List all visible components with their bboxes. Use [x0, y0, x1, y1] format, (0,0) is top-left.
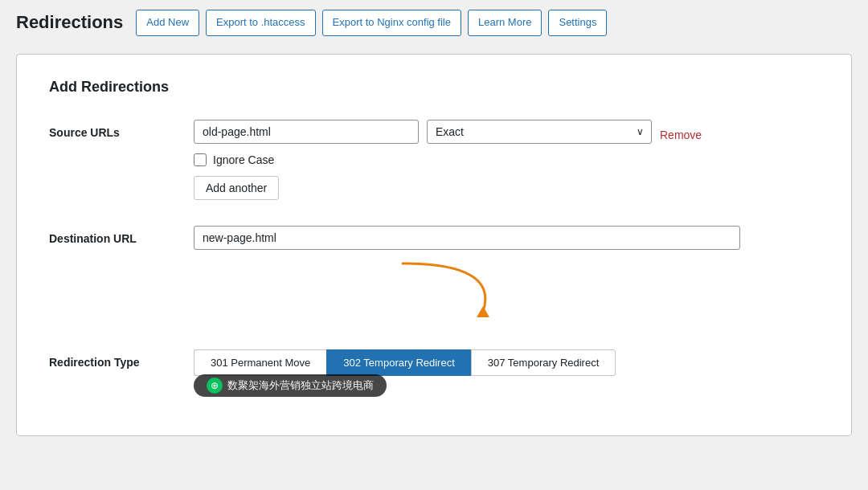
ignore-case-checkbox[interactable]: [194, 153, 207, 166]
match-type-select[interactable]: Exact Contains Starts with Ends with Reg…: [427, 120, 652, 144]
type-301-button[interactable]: 301 Permanent Move: [194, 349, 326, 376]
destination-url-row: Destination URL: [49, 226, 819, 324]
destination-url-label: Destination URL: [49, 226, 194, 245]
redirection-type-label: Redirection Type: [49, 349, 194, 369]
source-url-input-row: Exact Contains Starts with Ends with Reg…: [194, 120, 819, 144]
destination-url-input[interactable]: [194, 226, 740, 250]
source-urls-controls: Exact Contains Starts with Ends with Reg…: [194, 120, 819, 200]
wechat-badge: ⊕ 数聚架海外营销独立站跨境电商: [194, 374, 387, 397]
page-wrapper: Redirections Add New Export to .htaccess…: [0, 0, 868, 436]
learn-more-button[interactable]: Learn More: [468, 10, 542, 36]
settings-button[interactable]: Settings: [548, 10, 607, 36]
type-buttons-wrapper: 301 Permanent Move 302 Temporary Redirec…: [194, 349, 819, 403]
source-urls-row: Source URLs Exact Contains Starts with E…: [49, 120, 819, 200]
remove-link[interactable]: Remove: [660, 122, 702, 141]
source-urls-label: Source URLs: [49, 120, 194, 139]
ignore-case-row: Ignore Case: [194, 153, 819, 166]
redirection-type-row: Redirection Type 301 Permanent Move 302 …: [49, 349, 819, 403]
source-url-input[interactable]: [194, 120, 419, 144]
page-title: Redirections: [16, 12, 123, 33]
card-title: Add Redirections: [49, 79, 819, 96]
add-another-button[interactable]: Add another: [194, 176, 279, 200]
type-302-button[interactable]: 302 Temporary Redirect: [326, 349, 471, 376]
wechat-icon: ⊕: [207, 378, 223, 394]
content-card: Add Redirections Source URLs Exact Conta…: [16, 54, 852, 436]
destination-url-controls: [194, 226, 819, 324]
svg-marker-0: [477, 306, 489, 317]
ignore-case-label: Ignore Case: [213, 153, 274, 166]
wechat-badge-text: 数聚架海外营销独立站跨境电商: [227, 378, 374, 393]
export-nginx-button[interactable]: Export to Nginx config file: [322, 10, 461, 36]
type-buttons-group: 301 Permanent Move 302 Temporary Redirec…: [194, 349, 819, 376]
match-type-select-wrapper: Exact Contains Starts with Ends with Reg…: [427, 120, 652, 144]
redirection-type-controls: 301 Permanent Move 302 Temporary Redirec…: [194, 349, 819, 403]
annotation-arrow: [354, 259, 596, 324]
export-htaccess-button[interactable]: Export to .htaccess: [206, 10, 316, 36]
add-new-button[interactable]: Add New: [136, 10, 199, 36]
header-bar: Redirections Add New Export to .htaccess…: [0, 0, 868, 46]
type-307-button[interactable]: 307 Temporary Redirect: [471, 349, 616, 376]
arrow-container: [194, 259, 819, 324]
